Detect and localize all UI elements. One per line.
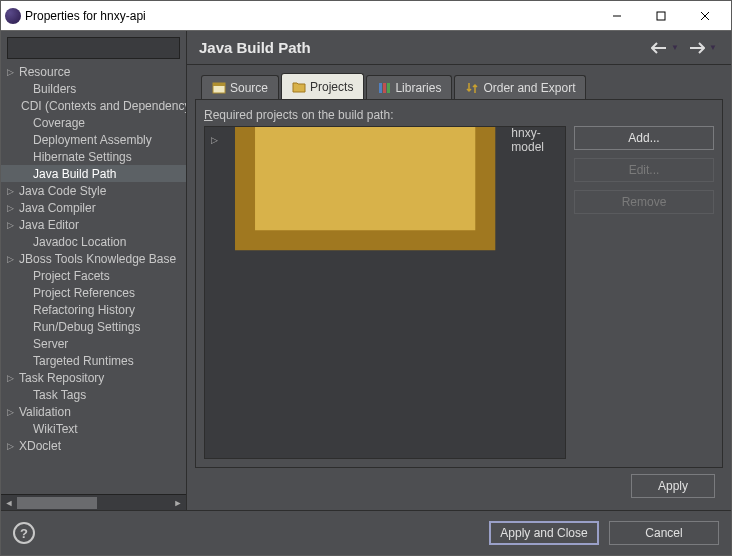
project-buttons: Add... Edit... Remove (574, 126, 714, 459)
projects-icon (292, 80, 306, 94)
sidebar-item-hibernate-settings[interactable]: Hibernate Settings (1, 148, 186, 165)
tab-source[interactable]: Source (201, 75, 279, 99)
page-title: Java Build Path (199, 39, 643, 56)
projects-list[interactable]: ▷ hnxy-model (204, 126, 566, 459)
scroll-thumb[interactable] (17, 497, 97, 509)
svg-rect-5 (213, 83, 225, 86)
sidebar-item-label: XDoclet (19, 439, 61, 453)
sidebar-item-label: Validation (19, 405, 71, 419)
sidebar-item-label: Targeted Runtimes (33, 354, 134, 368)
sidebar-item-task-repository[interactable]: ▷Task Repository (1, 369, 186, 386)
maximize-button[interactable] (639, 2, 683, 30)
chevron-right-icon: ▷ (7, 186, 19, 196)
required-projects-label: Required projects on the build path: (204, 108, 714, 122)
close-button[interactable] (683, 2, 727, 30)
sidebar-item-wikitext[interactable]: WikiText (1, 420, 186, 437)
tab-strip: SourceProjectsLibrariesOrder and Export (195, 73, 723, 99)
scroll-right-icon[interactable]: ► (170, 495, 186, 511)
sidebar-item-label: Deployment Assembly (33, 133, 152, 147)
sidebar-item-label: Project Facets (33, 269, 110, 283)
sidebar-item-java-editor[interactable]: ▷Java Editor (1, 216, 186, 233)
filter-input[interactable] (7, 37, 180, 59)
minimize-button[interactable] (595, 2, 639, 30)
libraries-icon (377, 81, 391, 95)
remove-button: Remove (574, 190, 714, 214)
sidebar-item-java-compiler[interactable]: ▷Java Compiler (1, 199, 186, 216)
tab-libraries[interactable]: Libraries (366, 75, 452, 99)
chevron-right-icon: ▷ (7, 407, 19, 417)
back-menu-icon[interactable]: ▼ (671, 43, 681, 52)
sidebar-item-xdoclet[interactable]: ▷XDoclet (1, 437, 186, 454)
sidebar-item-label: WikiText (33, 422, 78, 436)
sidebar-item-run-debug-settings[interactable]: Run/Debug Settings (1, 318, 186, 335)
apply-button[interactable]: Apply (631, 474, 715, 498)
sidebar-item-project-references[interactable]: Project References (1, 284, 186, 301)
svg-rect-7 (383, 83, 386, 93)
nav-forward-icon[interactable] (687, 38, 707, 58)
apply-and-close-button[interactable]: Apply and Close (489, 521, 599, 545)
tab-label: Order and Export (483, 81, 575, 95)
sidebar-item-java-build-path[interactable]: Java Build Path (1, 165, 186, 182)
sidebar-item-label: Java Editor (19, 218, 79, 232)
chevron-right-icon: ▷ (7, 203, 19, 213)
sidebar-item-label: Resource (19, 65, 70, 79)
titlebar: Properties for hnxy-api (1, 1, 731, 31)
sidebar-item-label: Java Build Path (33, 167, 116, 181)
svg-rect-6 (379, 83, 382, 93)
edit-button: Edit... (574, 158, 714, 182)
sidebar-item-project-facets[interactable]: Project Facets (1, 267, 186, 284)
projects-tab-panel: Required projects on the build path: ▷ h… (195, 99, 723, 468)
svg-rect-1 (657, 12, 665, 20)
sidebar-item-cdi-contexts-and-dependency-injection[interactable]: CDI (Contexts and Dependency Injection) (1, 97, 186, 114)
forward-menu-icon[interactable]: ▼ (709, 43, 719, 52)
category-tree[interactable]: ▷ResourceBuildersCDI (Contexts and Depen… (1, 63, 186, 494)
sidebar-item-label: Javadoc Location (33, 235, 126, 249)
sidebar-item-label: Builders (33, 82, 76, 96)
window-title: Properties for hnxy-api (25, 9, 595, 23)
cancel-button[interactable]: Cancel (609, 521, 719, 545)
expand-icon[interactable]: ▷ (211, 135, 219, 145)
chevron-right-icon: ▷ (7, 67, 19, 77)
add-button[interactable]: Add... (574, 126, 714, 150)
sidebar-scrollbar[interactable]: ◄ ► (1, 494, 186, 510)
tab-projects[interactable]: Projects (281, 73, 364, 99)
sidebar-item-label: Hibernate Settings (33, 150, 132, 164)
sidebar-item-task-tags[interactable]: Task Tags (1, 386, 186, 403)
sidebar-item-builders[interactable]: Builders (1, 80, 186, 97)
project-label: hnxy-model (511, 126, 561, 154)
sidebar-item-label: CDI (Contexts and Dependency Injection) (21, 99, 186, 113)
source-icon (212, 81, 226, 95)
sidebar-item-java-code-style[interactable]: ▷Java Code Style (1, 182, 186, 199)
project-item[interactable]: ▷ hnxy-model (209, 131, 561, 149)
scroll-left-icon[interactable]: ◄ (1, 495, 17, 511)
tab-label: Projects (310, 80, 353, 94)
help-icon[interactable]: ? (13, 522, 35, 544)
order-icon (465, 81, 479, 95)
sidebar-item-label: Task Tags (33, 388, 86, 402)
nav-back-icon[interactable] (649, 38, 669, 58)
sidebar-item-jboss-tools-knowledge-base[interactable]: ▷JBoss Tools Knowledge Base (1, 250, 186, 267)
sidebar-item-label: Task Repository (19, 371, 104, 385)
sidebar-item-deployment-assembly[interactable]: Deployment Assembly (1, 131, 186, 148)
sidebar-item-label: Server (33, 337, 68, 351)
sidebar-item-label: Coverage (33, 116, 85, 130)
sidebar-item-javadoc-location[interactable]: Javadoc Location (1, 233, 186, 250)
sidebar-item-server[interactable]: Server (1, 335, 186, 352)
tab-label: Libraries (395, 81, 441, 95)
sidebar-item-label: Java Code Style (19, 184, 106, 198)
sidebar-item-refactoring-history[interactable]: Refactoring History (1, 301, 186, 318)
category-sidebar: ▷ResourceBuildersCDI (Contexts and Depen… (1, 31, 187, 510)
sidebar-item-label: JBoss Tools Knowledge Base (19, 252, 176, 266)
sidebar-item-validation[interactable]: ▷Validation (1, 403, 186, 420)
main-header: Java Build Path ▼ ▼ (187, 31, 731, 65)
content-area: SourceProjectsLibrariesOrder and Export … (195, 73, 723, 502)
sidebar-item-targeted-runtimes[interactable]: Targeted Runtimes (1, 352, 186, 369)
svg-rect-8 (387, 83, 390, 93)
chevron-right-icon: ▷ (7, 254, 19, 264)
sidebar-item-coverage[interactable]: Coverage (1, 114, 186, 131)
chevron-right-icon: ▷ (7, 441, 19, 451)
tab-order-and-export[interactable]: Order and Export (454, 75, 586, 99)
sidebar-item-label: Run/Debug Settings (33, 320, 140, 334)
sidebar-item-resource[interactable]: ▷Resource (1, 63, 186, 80)
sidebar-item-label: Java Compiler (19, 201, 96, 215)
